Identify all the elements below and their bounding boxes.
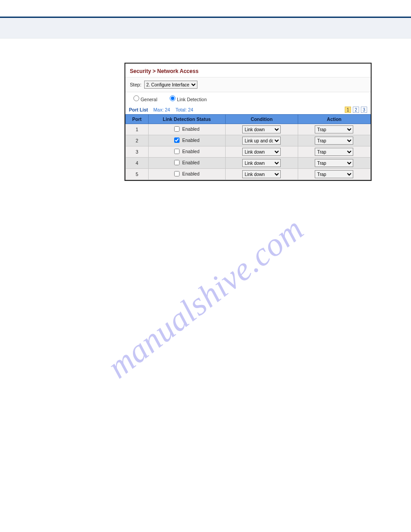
condition-select[interactable]: Link down: [242, 170, 281, 178]
cell-port: 2: [126, 135, 149, 146]
port-table: Port Link Detection Status Condition Act…: [125, 114, 371, 180]
view-mode-radios: General Link Detection: [125, 92, 371, 105]
network-access-panel: Security > Network Access Step: 2. Confi…: [124, 63, 372, 181]
cell-condition: Link down: [225, 146, 298, 158]
portlist-header: Port List Max: 24 Total: 24 1 2 3: [125, 105, 371, 114]
cell-action: Trap: [298, 169, 370, 180]
cell-condition: Link down: [225, 169, 298, 180]
cell-action: Trap: [298, 124, 370, 135]
status-checkbox[interactable]: [174, 149, 180, 154]
radio-link-detection-label: Link Detection: [177, 97, 207, 102]
condition-select[interactable]: Link up and down: [242, 137, 281, 145]
breadcrumb: Security > Network Access: [125, 64, 371, 77]
portlist-total: Total: 24: [176, 107, 193, 112]
cell-status: Enabled: [148, 146, 225, 158]
col-header-status: Link Detection Status: [148, 115, 225, 124]
condition-select[interactable]: Link down: [242, 148, 281, 156]
portlist-max: Max: 24: [154, 107, 170, 112]
cell-port: 5: [126, 169, 149, 180]
condition-select[interactable]: Link down: [242, 159, 281, 167]
step-row: Step: 2. Configure Interface: [125, 77, 371, 92]
radio-link-detection-input[interactable]: [170, 95, 176, 101]
action-select[interactable]: Trap: [315, 148, 353, 156]
radio-link-detection[interactable]: Link Detection: [170, 95, 206, 102]
table-row: 3 Enabled Link down Trap: [126, 146, 371, 158]
table-header-row: Port Link Detection Status Condition Act…: [126, 115, 371, 124]
cell-port: 4: [126, 158, 149, 169]
step-label: Step:: [130, 82, 141, 87]
radio-general-input[interactable]: [133, 95, 139, 101]
status-checkbox-label: Enabled: [182, 171, 200, 176]
status-checkbox[interactable]: [174, 160, 180, 165]
status-checkbox-label: Enabled: [182, 149, 200, 154]
col-header-action: Action: [298, 115, 370, 124]
status-checkbox[interactable]: [174, 171, 180, 176]
status-checkbox[interactable]: [174, 137, 180, 143]
table-row: 1 Enabled Link down Trap: [126, 124, 371, 135]
col-header-port: Port: [126, 115, 149, 124]
portlist-meta: Port List Max: 24 Total: 24: [129, 107, 193, 112]
action-select[interactable]: Trap: [315, 137, 353, 145]
cell-action: Trap: [298, 146, 370, 158]
cell-action: Trap: [298, 158, 370, 169]
cell-port: 3: [126, 146, 149, 158]
pager-page-3[interactable]: 3: [361, 107, 367, 113]
step-select[interactable]: 2. Configure Interface: [144, 81, 197, 89]
cell-condition: Link up and down: [225, 135, 298, 146]
cell-condition: Link down: [225, 158, 298, 169]
pager-page-2[interactable]: 2: [353, 107, 359, 113]
cell-action: Trap: [298, 135, 370, 146]
radio-general-label: General: [141, 97, 157, 102]
radio-general[interactable]: General: [133, 95, 157, 102]
top-bar: [0, 0, 411, 18]
cell-port: 1: [126, 124, 149, 135]
cell-status: Enabled: [148, 135, 225, 146]
condition-select[interactable]: Link down: [242, 125, 281, 133]
portlist-title: Port List: [129, 107, 148, 112]
status-checkbox-label: Enabled: [182, 137, 200, 143]
pager-page-1[interactable]: 1: [345, 107, 351, 113]
cell-status: Enabled: [148, 124, 225, 135]
action-select[interactable]: Trap: [315, 125, 353, 133]
cell-status: Enabled: [148, 169, 225, 180]
status-checkbox-label: Enabled: [182, 126, 200, 132]
table-row: 5 Enabled Link down Trap: [126, 169, 371, 180]
table-row: 2 Enabled Link up and down Trap: [126, 135, 371, 146]
col-header-condition: Condition: [225, 115, 298, 124]
status-checkbox-label: Enabled: [182, 160, 200, 165]
action-select[interactable]: Trap: [315, 170, 353, 178]
status-checkbox[interactable]: [174, 126, 180, 132]
pager: 1 2 3: [345, 107, 367, 113]
sub-bar: [0, 18, 411, 39]
watermark: manualshive.com: [100, 210, 311, 386]
cell-condition: Link down: [225, 124, 298, 135]
cell-status: Enabled: [148, 158, 225, 169]
table-row: 4 Enabled Link down Trap: [126, 158, 371, 169]
action-select[interactable]: Trap: [315, 159, 353, 167]
